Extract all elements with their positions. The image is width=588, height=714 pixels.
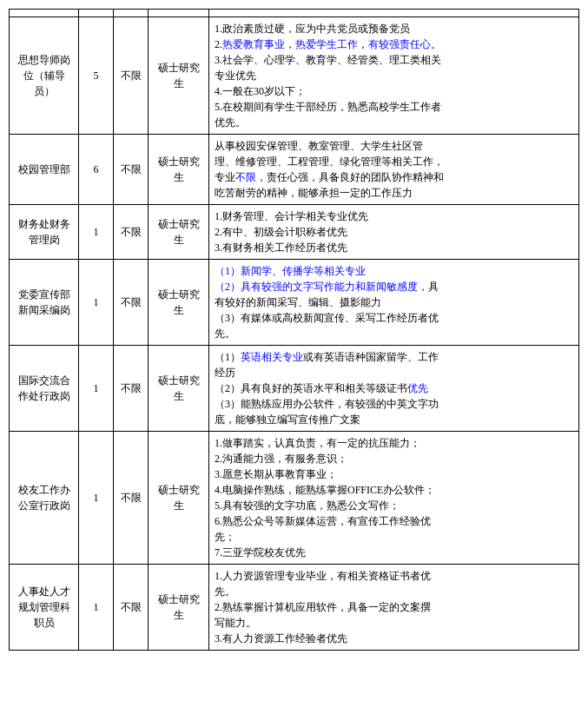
table-row: 校园管理部 6 不限 硕士研究生 从事校园安保管理、教室管理、大学生社区管理、维… <box>10 135 579 205</box>
table-row: 国际交流合作处行政岗 1 不限 硕士研究生 （1）英语相关专业或有英语语种国家留… <box>10 346 579 432</box>
header-gender <box>114 10 149 17</box>
cell-requirements: 1.财务管理、会计学相关专业优先2.有中、初级会计职称者优先3.有财务相关工作经… <box>209 205 579 260</box>
cell-education: 硕士研究生 <box>149 432 209 565</box>
header-education <box>149 10 209 17</box>
cell-requirements: 从事校园安保管理、教室管理、大学生社区管理、维修管理、工程管理、绿化管理等相关工… <box>209 135 579 205</box>
cell-position: 校园管理部 <box>10 135 79 205</box>
table-row: 财务处财务管理岗 1 不限 硕士研究生 1.财务管理、会计学相关专业优先2.有中… <box>10 205 579 260</box>
cell-position: 人事处人才规划管理科职员 <box>10 565 79 651</box>
cell-education: 硕士研究生 <box>149 565 209 651</box>
cell-requirements: 1.政治素质过硬，应为中共党员或预备党员2.热爱教育事业，热爱学生工作，有较强责… <box>209 17 579 135</box>
cell-gender: 不限 <box>114 432 149 565</box>
cell-education: 硕士研究生 <box>149 17 209 135</box>
cell-gender: 不限 <box>114 565 149 651</box>
cell-gender: 不限 <box>114 17 149 135</box>
cell-count: 5 <box>79 17 114 135</box>
cell-position: 国际交流合作处行政岗 <box>10 346 79 432</box>
cell-education: 硕士研究生 <box>149 205 209 260</box>
cell-position: 思想导师岗位（辅导员） <box>10 17 79 135</box>
cell-count: 1 <box>79 260 114 346</box>
cell-position: 财务处财务管理岗 <box>10 205 79 260</box>
table-row: 思想导师岗位（辅导员） 5 不限 硕士研究生 1.政治素质过硬，应为中共党员或预… <box>10 17 579 135</box>
cell-education: 硕士研究生 <box>149 135 209 205</box>
cell-gender: 不限 <box>114 346 149 432</box>
cell-count: 1 <box>79 205 114 260</box>
table-row: 人事处人才规划管理科职员 1 不限 硕士研究生 1.人力资源管理专业毕业，有相关… <box>10 565 579 651</box>
table-row: 党委宣传部新闻采编岗 1 不限 硕士研究生 （1）新闻学、传播学等相关专业（2）… <box>10 260 579 346</box>
cell-count: 6 <box>79 135 114 205</box>
table-row: 校友工作办公室行政岗 1 不限 硕士研究生 1.做事踏实，认真负责，有一定的抗压… <box>10 432 579 565</box>
header-count <box>79 10 114 17</box>
cell-education: 硕士研究生 <box>149 346 209 432</box>
cell-gender: 不限 <box>114 260 149 346</box>
cell-position: 校友工作办公室行政岗 <box>10 432 79 565</box>
cell-requirements: 1.做事踏实，认真负责，有一定的抗压能力；2.沟通能力强，有服务意识；3.愿意长… <box>209 432 579 565</box>
cell-count: 1 <box>79 432 114 565</box>
cell-gender: 不限 <box>114 205 149 260</box>
cell-count: 1 <box>79 346 114 432</box>
cell-education: 硕士研究生 <box>149 260 209 346</box>
cell-gender: 不限 <box>114 135 149 205</box>
cell-requirements: （1）英语相关专业或有英语语种国家留学、工作经历（2）具有良好的英语水平和相关等… <box>209 346 579 432</box>
cell-requirements: 1.人力资源管理专业毕业，有相关资格证书者优先。2.熟练掌握计算机应用软件，具备… <box>209 565 579 651</box>
cell-position: 党委宣传部新闻采编岗 <box>10 260 79 346</box>
cell-requirements: （1）新闻学、传播学等相关专业（2）具有较强的文字写作能力和新闻敏感度，具有较好… <box>209 260 579 346</box>
header-position <box>10 10 79 17</box>
cell-count: 1 <box>79 565 114 651</box>
table-header-row <box>10 10 579 17</box>
header-requirements <box>209 10 579 17</box>
job-table: 思想导师岗位（辅导员） 5 不限 硕士研究生 1.政治素质过硬，应为中共党员或预… <box>9 9 579 651</box>
